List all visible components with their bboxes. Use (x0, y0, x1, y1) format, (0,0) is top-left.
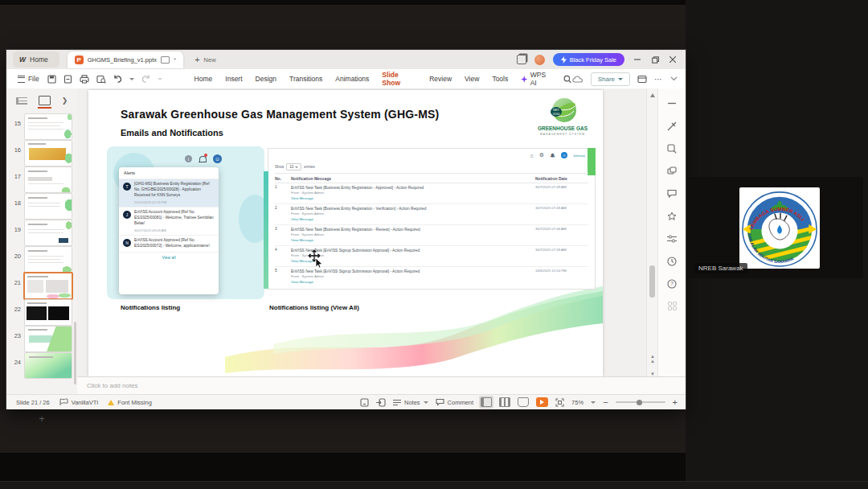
add-slide-button[interactable]: + (6, 410, 77, 426)
tab-design[interactable]: Design (249, 71, 283, 87)
previous-slide-button[interactable]: ▲▲ (649, 354, 657, 364)
zoom-caret-icon[interactable] (591, 401, 596, 404)
notes-pane[interactable]: Click to add notes (77, 376, 686, 395)
collapse-ribbon-icon[interactable] (670, 76, 678, 81)
slide-thumbnail-21-selected[interactable] (23, 272, 73, 300)
jump-to-icon[interactable] (376, 398, 386, 407)
black-friday-sale-button[interactable]: Black Friday Sale (553, 53, 624, 66)
tab-wps-ai[interactable]: WPS AI (514, 71, 559, 87)
notes-toggle[interactable]: Notes (393, 399, 428, 406)
tab-tools[interactable]: Tools (485, 71, 514, 87)
edit-tools-icon[interactable] (667, 121, 678, 131)
slide-thumbnail-20[interactable] (24, 246, 72, 273)
panel-scrollbar[interactable] (74, 322, 76, 384)
apps-pane-icon[interactable] (667, 301, 678, 311)
share-caret-icon (618, 78, 623, 80)
participant-video-tile[interactable]: LEMBAGA SUMBER ASLI DAN ALAM SEKITAR SAR… (688, 177, 863, 278)
tab-transitions[interactable]: Transitions (283, 71, 329, 87)
collapse-panel-icon[interactable]: ❯ (62, 97, 68, 105)
comment-pane-icon[interactable] (667, 188, 678, 199)
slide-thumbnail-23[interactable] (24, 326, 72, 352)
home-tab[interactable]: W Home (13, 51, 59, 68)
scrollbar-thumb[interactable] (649, 265, 655, 298)
alerts-header: Alerts (119, 167, 219, 179)
reading-view-button[interactable] (518, 397, 529, 407)
redo-icon[interactable] (141, 75, 150, 83)
alerts-dropdown: Alerts T [GHG-MS] Business Entity Regist… (119, 167, 219, 294)
slide-thumbnail-16[interactable] (24, 140, 72, 166)
slide-thumbnail-17[interactable] (24, 166, 72, 193)
document-scrollbar[interactable]: ▲▲ ▼▼ (646, 88, 658, 394)
slide-view-icon[interactable] (39, 96, 51, 105)
scroll-up-icon[interactable] (650, 93, 655, 97)
document-tab[interactable]: P GHGMS_Briefing_v1.pptx * (68, 51, 183, 68)
tab-home[interactable]: Home (188, 71, 219, 87)
restore-button[interactable] (650, 55, 660, 64)
tab-animations[interactable]: Animations (329, 71, 375, 87)
slide-number: 24 (8, 359, 21, 366)
share-button[interactable]: Share (591, 72, 630, 86)
mouse-move-cursor (307, 249, 325, 269)
comment-button[interactable]: Comment (436, 398, 474, 406)
ribbon-layout-icon[interactable] (637, 75, 647, 84)
zoom-level[interactable]: 75% (571, 399, 583, 406)
tab-view[interactable]: View (458, 71, 485, 87)
present-mode-icon[interactable] (161, 56, 170, 64)
theme-indicator[interactable]: VanillaVTI (59, 398, 99, 406)
table-row: 3 EnVISS New Task [Business Entity Regis… (275, 224, 588, 246)
undo-dropdown-caret[interactable] (129, 78, 134, 80)
wps-office-window: W Home P GHGMS_Briefing_v1.pptx * + New … (6, 50, 686, 409)
slide-thumbnail-24[interactable] (24, 352, 72, 379)
slide-thumbnail-15[interactable] (24, 113, 72, 140)
view-message-link: View Message (291, 259, 535, 264)
alert-time: 30/07/2025 08:09 AM (134, 228, 215, 232)
favorites-pane-icon[interactable] (667, 211, 678, 221)
share-label: Share (598, 76, 615, 83)
svg-text:2050: 2050 (553, 112, 561, 116)
task-window-icon[interactable] (360, 398, 369, 407)
normal-view-button[interactable] (481, 397, 492, 407)
zoom-in-button[interactable]: + (673, 397, 678, 407)
redo-dropdown-caret[interactable] (158, 78, 162, 80)
slide-thumbnail-18[interactable] (24, 193, 72, 220)
zoom-slider-handle[interactable] (637, 400, 642, 405)
account-avatar[interactable] (534, 55, 545, 65)
cloud-sync-icon[interactable] (572, 76, 583, 83)
more-options-icon[interactable]: ⋯ (654, 75, 663, 84)
shapes-pane-icon[interactable] (667, 166, 678, 176)
minimize-button[interactable] (633, 55, 642, 64)
close-button[interactable] (668, 55, 678, 64)
slideshow-play-button[interactable] (536, 397, 548, 407)
undo-icon[interactable] (113, 75, 122, 83)
zoom-out-button[interactable]: − (603, 397, 608, 407)
theme-icon (59, 398, 68, 406)
slide-canvas[interactable]: Sarawak Greenhouse Gas Management System… (88, 90, 603, 376)
tab-slide-show[interactable]: Slide Show (375, 67, 423, 91)
sparkle-icon (521, 76, 527, 83)
font-missing-warning[interactable]: Font Missing (108, 399, 152, 406)
file-menu[interactable]: File (28, 75, 39, 83)
collapse-pane-icon[interactable] (667, 98, 678, 109)
window-arrange-icon[interactable] (517, 55, 526, 64)
teal-accent-strip (264, 171, 268, 289)
ghgms-logo: NET 2050 GREENHOUSE GAS MANAGEMENT SYSTE… (532, 97, 593, 145)
search-icon[interactable] (563, 75, 571, 84)
alert-avatar: J (123, 211, 131, 219)
zoom-slider[interactable] (616, 401, 665, 403)
tab-insert[interactable]: Insert (219, 71, 248, 87)
outline-view-icon[interactable] (16, 97, 27, 105)
slide-sorter-view-button[interactable] (499, 397, 510, 407)
new-tab-button[interactable]: + New (194, 55, 215, 64)
fit-window-icon[interactable] (555, 398, 564, 407)
tab-review[interactable]: Review (423, 71, 458, 87)
print-icon[interactable] (80, 75, 89, 84)
settings-pane-icon[interactable] (667, 233, 678, 244)
slide-thumbnail-22[interactable] (24, 299, 72, 326)
print-preview-icon[interactable] (96, 75, 106, 84)
find-replace-icon[interactable] (667, 143, 678, 154)
slide-thumbnail-19[interactable] (24, 220, 72, 246)
save-icon[interactable] (47, 75, 56, 84)
help-pane-icon[interactable]: ? (667, 278, 678, 289)
export-icon[interactable] (63, 75, 72, 84)
history-pane-icon[interactable] (667, 256, 678, 266)
